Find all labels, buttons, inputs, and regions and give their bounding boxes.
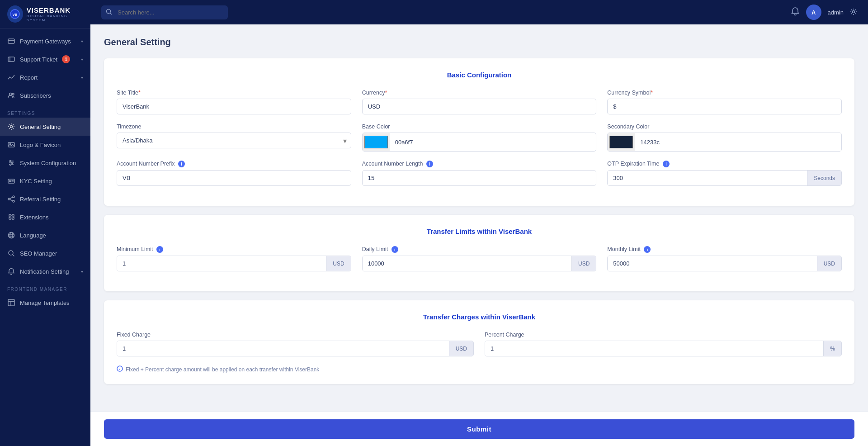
otp-expiry-group: OTP Expiration Time i Seconds [607,161,842,186]
currency-group: Currency* [362,90,597,114]
sidebar-item-label: SEO Manager [20,250,57,257]
settings-section-label: SETTINGS [0,104,90,118]
fixed-charge-input-group: USD [117,341,474,356]
sidebar-item-label: Report [20,74,38,81]
svg-point-37 [853,10,855,13]
daily-limit-info-icon: i [392,246,398,253]
base-color-label: Base Color [362,123,597,130]
svg-rect-2 [8,39,14,43]
badge-count: 1 [62,55,70,63]
monthly-limit-suffix: USD [817,256,841,271]
secondary-color-label: Secondary Color [607,123,842,130]
daily-limit-label: Daily Limit i [362,246,597,253]
svg-point-14 [10,161,11,162]
layout-icon [7,299,15,307]
svg-point-35 [107,9,111,13]
charges-hint-text: Fixed + Percent charge amount will be ap… [126,366,319,373]
min-limit-input[interactable] [117,256,326,271]
username-label: admin [828,9,844,16]
monthly-limit-input-group: USD [607,256,842,271]
sidebar-item-system-configuration[interactable]: System Configuration [0,154,90,172]
percent-charge-input[interactable] [485,341,823,356]
puzzle-icon [7,213,15,221]
sidebar-item-general-setting[interactable]: General Setting [0,118,90,136]
account-length-input[interactable] [362,170,597,186]
chevron-down-icon: ▾ [81,57,83,62]
settings-icon[interactable] [850,8,857,17]
sidebar-item-subscribers[interactable]: Subscribers [0,86,90,104]
fixed-charge-input[interactable] [117,341,449,356]
sidebar: VB VISERBANK DIGITAL BANKING SYSTEM Paym… [0,0,90,446]
timezone-select[interactable]: Asia/Dhaka UTC America/New_York Europe/L… [117,133,351,148]
sidebar-item-notification-setting[interactable]: Notification Setting ▾ [0,262,90,280]
chevron-down-icon: ▾ [81,75,83,80]
base-color-picker[interactable] [363,133,390,151]
sliders-icon [7,159,15,167]
sidebar-item-kyc-setting[interactable]: KYC Setting [0,172,90,190]
monthly-limit-input[interactable] [608,256,816,271]
min-limit-group: Minimum Limit i USD [117,246,351,271]
secondary-color-picker[interactable] [608,133,635,151]
min-limit-info-icon: i [156,246,163,253]
search-input[interactable] [101,5,228,19]
sidebar-item-label: Extensions [20,214,49,221]
share-icon [7,195,15,203]
svg-point-30 [9,251,13,255]
brand-title: VISERBANK [27,6,83,14]
percent-charge-label: Percent Charge [485,332,842,338]
svg-line-31 [13,255,14,256]
sidebar-item-logo-favicon[interactable]: Logo & Favicon [0,136,90,154]
percent-charge-suffix: % [823,341,841,356]
search-wrapper [101,5,228,19]
otp-expiry-input[interactable] [608,171,807,185]
currency-input[interactable] [362,99,597,114]
ticket-icon [7,55,15,63]
sidebar-item-seo-manager[interactable]: SEO Manager [0,244,90,262]
credit-card-icon [7,37,15,45]
notification-bell-icon[interactable] [791,7,800,18]
transfer-charges-card: Transfer Charges within ViserBank Fixed … [104,300,854,384]
daily-limit-input[interactable] [363,256,571,271]
submit-button[interactable]: Submit [104,419,854,439]
svg-point-16 [10,164,11,166]
avatar: A [806,5,821,20]
sidebar-item-label: Support Ticket [20,56,57,63]
site-title-input[interactable] [117,99,351,114]
id-card-icon [7,177,15,185]
bell-icon [7,267,15,275]
sidebar-item-extensions[interactable]: Extensions [0,208,90,226]
svg-rect-32 [8,299,14,306]
secondary-color-input-row [607,133,842,152]
timezone-select-wrapper: Asia/Dhaka UTC America/New_York Europe/L… [117,133,351,148]
sidebar-item-language[interactable]: Language [0,226,90,244]
search-icon [106,9,112,16]
base-color-group: Base Color [362,123,597,152]
base-color-input-row [362,133,597,152]
currency-symbol-input[interactable] [607,99,842,114]
svg-point-8 [10,126,13,128]
sidebar-item-label: Manage Templates [20,299,70,306]
sidebar-item-manage-templates[interactable]: Manage Templates [0,294,90,312]
base-color-text-input[interactable] [390,135,596,150]
sidebar-item-payment-gateways[interactable]: Payment Gateways ▾ [0,32,90,50]
basic-config-title: Basic Configuration [117,71,842,79]
site-title-group: Site Title* [117,90,351,114]
sidebar-item-referral-setting[interactable]: Referral Setting [0,190,90,208]
svg-line-24 [10,197,13,199]
svg-point-18 [9,180,11,182]
sidebar-item-support-ticket[interactable]: Support Ticket 1 ▾ [0,50,90,68]
account-prefix-input[interactable] [117,170,351,186]
sidebar-nav: Payment Gateways ▾ Support Ticket 1 ▾ Re… [0,28,90,446]
charges-hint: Fixed + Percent charge amount will be ap… [117,365,842,373]
info-circle-icon [117,365,123,373]
gear-icon [7,123,15,131]
svg-text:VB: VB [13,13,18,17]
sidebar-item-report[interactable]: Report ▾ [0,68,90,86]
topbar: A admin [90,0,868,24]
secondary-color-text-input[interactable] [635,135,841,150]
currency-symbol-label: Currency Symbol* [607,90,842,96]
sidebar-item-label: Subscribers [20,92,51,99]
account-length-group: Account Number Length i [362,161,597,186]
image-icon [7,141,15,149]
basic-config-card: Basic Configuration Site Title* Currency… [104,58,854,206]
